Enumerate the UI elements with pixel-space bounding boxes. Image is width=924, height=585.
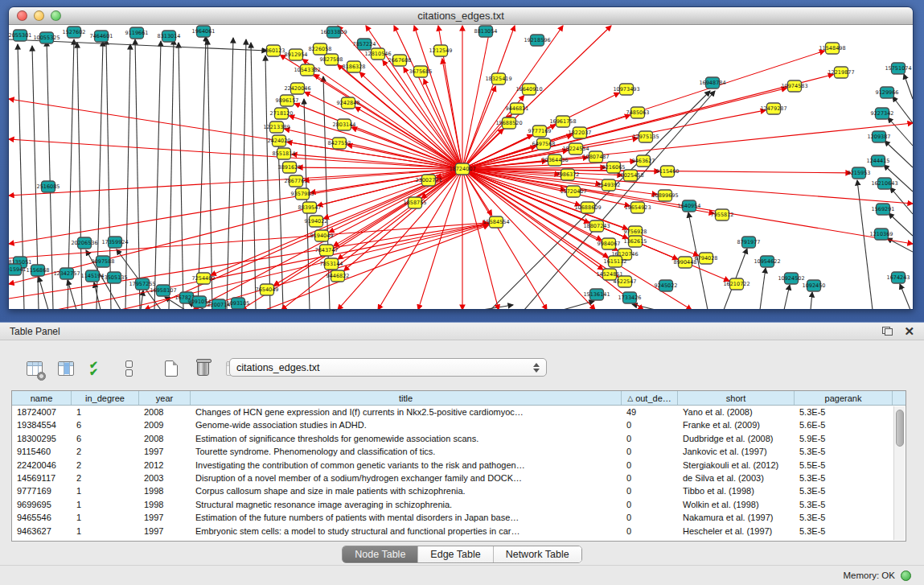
- close-panel-icon[interactable]: ✕: [904, 325, 914, 337]
- graph-node[interactable]: 15688520: [495, 117, 522, 129]
- graph-node[interactable]: 2803144: [333, 119, 356, 130]
- graph-node[interactable]: 9115460: [656, 166, 680, 177]
- graph-node[interactable]: 1527602: [63, 27, 86, 38]
- new-column-icon[interactable]: [161, 358, 182, 379]
- graph-node[interactable]: 1092450: [803, 280, 826, 291]
- graph-node[interactable]: 22420046: [284, 83, 310, 94]
- zoom-window-icon[interactable]: [51, 10, 61, 21]
- graph-node[interactable]: 8215953: [848, 167, 871, 179]
- minimize-window-icon[interactable]: [34, 10, 44, 21]
- graph-node[interactable]: 1210369: [870, 229, 893, 240]
- table-row[interactable]: 911546021997Tourette syndrome. Phenomeno…: [12, 445, 906, 458]
- graph-node[interactable]: 12213389: [263, 122, 290, 133]
- graph-node[interactable]: 9129966: [876, 87, 899, 98]
- table-row[interactable]: 946362711997Embryonic stem cells: a mode…: [12, 525, 906, 538]
- graph-node[interactable]: 17359924: [101, 237, 128, 248]
- graph-node[interactable]: 7464601: [90, 31, 113, 42]
- table-row[interactable]: 969969511998Structural magnetic resonanc…: [12, 498, 906, 511]
- graph-node[interactable]: 8813054: [474, 26, 498, 37]
- graph-node[interactable]: 1858755: [404, 197, 427, 208]
- float-panel-icon[interactable]: [882, 327, 893, 336]
- table-row[interactable]: 946554611997Estimation of the future num…: [12, 511, 906, 524]
- graph-node[interactable]: 1244415: [867, 155, 890, 167]
- graph-node[interactable]: 1964061: [192, 26, 216, 37]
- graph-node[interactable]: 9227342: [871, 108, 894, 119]
- graph-node[interactable]: 19654923: [624, 202, 651, 213]
- table-row[interactable]: 1456911722003Disruption of a novel membe…: [12, 472, 906, 484]
- graph-node[interactable]: 15751074: [885, 63, 911, 74]
- graph-node[interactable]: 8791977: [737, 237, 761, 248]
- graph-node[interactable]: 9896157: [276, 95, 299, 106]
- graph-node[interactable]: 3891625: [278, 162, 302, 173]
- graph-node[interactable]: 10924502: [778, 273, 804, 284]
- graph-node[interactable]: 9245022: [655, 280, 678, 291]
- graph-node[interactable]: 9463627: [632, 155, 655, 167]
- graph-node[interactable]: 16640910: [515, 84, 542, 95]
- table-row[interactable]: 1938455462009Genome-wide association stu…: [12, 418, 906, 431]
- tab-edge-table[interactable]: Edge Table: [418, 546, 493, 562]
- graph-node[interactable]: 1674243: [887, 272, 910, 283]
- graph-node[interactable]: 10807487: [582, 151, 609, 163]
- graph-node[interactable]: 10899695: [651, 190, 678, 201]
- graph-node[interactable]: 8313014: [158, 31, 181, 42]
- table-selector-dropdown[interactable]: citations_edges.txt: [229, 358, 547, 377]
- graph-node[interactable]: 8839547: [298, 202, 322, 213]
- graph-node[interactable]: 16948784: [699, 77, 725, 89]
- graph-node[interactable]: 1733426: [618, 292, 642, 303]
- graph-node[interactable]: 2718120: [270, 108, 294, 119]
- graph-node[interactable]: 12219877: [827, 67, 854, 78]
- graph-node[interactable]: 19218596: [524, 35, 550, 46]
- table-row[interactable]: 1830029562008Estimation of significance …: [12, 432, 906, 445]
- graph-node[interactable]: 8216065: [602, 162, 626, 173]
- graph-node[interactable]: 2516085: [37, 181, 60, 192]
- column-header-year[interactable]: year: [139, 391, 191, 405]
- window-titlebar[interactable]: citations_edges.txt: [9, 7, 913, 25]
- graph-node[interactable]: 2867761: [285, 175, 308, 187]
- column-header-title[interactable]: title: [191, 391, 622, 405]
- column-header-in-degree[interactable]: in_degree: [72, 391, 139, 405]
- show-column-icon[interactable]: [55, 358, 76, 379]
- graph-node[interactable]: 12342757: [53, 268, 80, 279]
- table-row[interactable]: 2242004622012Investigating the contribut…: [12, 459, 906, 472]
- graph-node[interactable]: 9357983: [291, 188, 314, 200]
- tab-network-table[interactable]: Network Table: [494, 546, 581, 562]
- graph-node[interactable]: 1569291: [872, 204, 895, 215]
- graph-node[interactable]: 9119661: [125, 27, 149, 39]
- graph-node[interactable]: 12975135: [632, 131, 659, 142]
- graph-node[interactable]: 8860123: [262, 45, 285, 56]
- row-selection-icon[interactable]: ✔✔: [87, 358, 108, 379]
- delete-column-icon[interactable]: [192, 358, 213, 379]
- graph-node[interactable]: 1209387: [868, 131, 891, 142]
- graph-node[interactable]: 12479287: [760, 103, 786, 114]
- column-header-short[interactable]: short: [678, 391, 795, 405]
- tab-node-table[interactable]: Node Table: [343, 546, 418, 562]
- table-settings-icon[interactable]: [24, 358, 45, 379]
- table-row[interactable]: 1872400712008Changes of HCN gene express…: [12, 406, 906, 418]
- graph-node[interactable]: 8226058: [309, 43, 332, 55]
- graph-node[interactable]: 9242848: [337, 97, 360, 109]
- graph-node[interactable]: 18325419: [485, 73, 511, 84]
- graph-node[interactable]: 8912954: [285, 49, 308, 60]
- graph-node[interactable]: 9194022: [305, 216, 328, 227]
- column-header-pagerank[interactable]: pagerank: [795, 391, 893, 405]
- graph-node[interactable]: 16210643: [871, 178, 897, 189]
- graph-node[interactable]: 2424020: [268, 135, 291, 146]
- graph-node[interactable]: 9827508: [320, 54, 343, 65]
- network-view[interactable]: 2055301100553251527602746460191196618313…: [9, 25, 913, 310]
- table-scrollbar[interactable]: [893, 406, 905, 540]
- graph-node[interactable]: 10973493: [613, 84, 639, 95]
- graph-node[interactable]: 9446821: [506, 103, 529, 114]
- graph-node[interactable]: 16033809: [320, 27, 347, 38]
- table-row[interactable]: 977716911998Corpus callosum shape and si…: [12, 484, 906, 497]
- column-header-out-degree[interactable]: △out_de…: [622, 391, 678, 405]
- column-header-name[interactable]: name: [12, 391, 72, 405]
- close-window-icon[interactable]: [17, 10, 27, 21]
- graph-node[interactable]: 1640954: [678, 200, 701, 212]
- graph-node[interactable]: 10954622: [754, 256, 780, 267]
- graph-node[interactable]: 15136141: [583, 289, 610, 300]
- graph-node[interactable]: 20206536: [71, 237, 97, 249]
- graph-node[interactable]: 11548498: [819, 43, 845, 54]
- table-mode-icon[interactable]: [118, 358, 139, 379]
- graph-node[interactable]: 1212549: [429, 45, 453, 56]
- scrollbar-thumb[interactable]: [896, 410, 904, 447]
